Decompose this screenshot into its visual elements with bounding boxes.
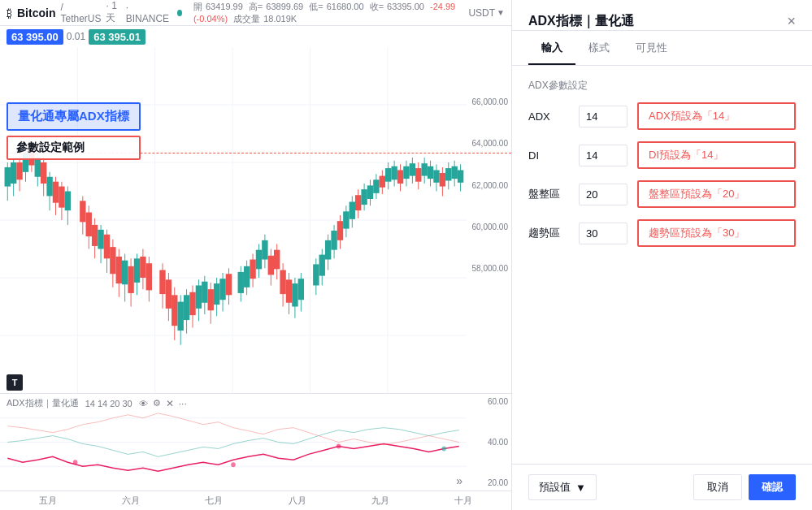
ask-price[interactable]: 63 395.01 bbox=[89, 29, 145, 45]
month-august: 八月 bbox=[289, 495, 306, 507]
svg-rect-75 bbox=[214, 283, 219, 305]
svg-rect-79 bbox=[226, 274, 232, 295]
svg-rect-47 bbox=[122, 261, 128, 285]
settings-icon[interactable]: ⚙ bbox=[153, 398, 161, 408]
confirm-button[interactable]: 確認 bbox=[749, 474, 796, 500]
month-july: 七月 bbox=[205, 495, 223, 507]
candle-chart: 量化通專屬ADX指標 參數設定範例 bbox=[0, 47, 511, 393]
svg-rect-59 bbox=[166, 279, 172, 309]
svg-rect-125 bbox=[380, 176, 385, 188]
adx-panel-title: ADX指標｜量化通 bbox=[7, 397, 79, 409]
svg-rect-123 bbox=[373, 179, 379, 193]
svg-rect-117 bbox=[355, 195, 361, 210]
spread: 0.01 bbox=[67, 31, 85, 42]
svg-text:T: T bbox=[12, 378, 18, 387]
svg-rect-67 bbox=[189, 292, 195, 315]
svg-rect-91 bbox=[268, 256, 274, 275]
svg-rect-83 bbox=[244, 266, 250, 287]
svg-rect-31 bbox=[65, 192, 71, 211]
svg-rect-35 bbox=[86, 213, 92, 237]
chart-area: ₿ Bitcoin / TetherUS · 1天 · BINANCE 開634… bbox=[0, 0, 511, 510]
ohlcv-bar: 開63419.99 高=63899.69 低=61680.00 收=63395.… bbox=[193, 1, 464, 25]
param-row-di: DI DI預設為「14」 bbox=[528, 141, 796, 169]
tab-input[interactable]: 輸入 bbox=[528, 31, 575, 65]
svg-rect-141 bbox=[428, 166, 433, 179]
month-september: 九月 bbox=[371, 495, 389, 507]
adx-panel-icons: 👁 ⚙ ✕ ··· bbox=[139, 398, 187, 409]
svg-rect-137 bbox=[415, 168, 421, 182]
svg-rect-63 bbox=[177, 302, 183, 331]
svg-rect-51 bbox=[134, 258, 140, 283]
low-label: 低= bbox=[309, 2, 323, 11]
annotation-sub: 參數設定範例 bbox=[7, 136, 141, 160]
svg-rect-97 bbox=[286, 279, 292, 302]
exchange-label: · BINANCE bbox=[126, 2, 169, 24]
param-label-di: DI bbox=[528, 149, 569, 162]
adx-scale: 60.00 40.00 20.00 bbox=[467, 394, 511, 491]
month-october: 十月 bbox=[454, 495, 472, 507]
svg-rect-81 bbox=[238, 272, 244, 293]
cancel-button[interactable]: 取消 bbox=[693, 474, 742, 500]
svg-rect-53 bbox=[140, 257, 145, 278]
param-input-trend[interactable] bbox=[579, 223, 627, 244]
more-icon[interactable]: ··· bbox=[179, 398, 187, 409]
candles-august bbox=[238, 235, 304, 318]
tab-visibility[interactable]: 可見性 bbox=[623, 31, 680, 65]
param-label-trend: 趨勢區 bbox=[528, 226, 569, 240]
bitcoin-icon: ₿ bbox=[7, 6, 12, 19]
svg-point-158 bbox=[231, 462, 236, 467]
svg-rect-49 bbox=[128, 266, 133, 293]
tradingview-logo: T bbox=[7, 374, 23, 393]
svg-rect-23 bbox=[41, 162, 46, 184]
svg-rect-101 bbox=[298, 279, 304, 300]
month-labels: 五月 六月 七月 八月 九月 十月 bbox=[7, 495, 505, 507]
close-label: 收= bbox=[370, 2, 384, 11]
candles-july bbox=[159, 263, 232, 345]
vol-val: 18.019K bbox=[263, 14, 297, 24]
svg-rect-127 bbox=[385, 168, 391, 182]
param-input-adx[interactable] bbox=[579, 106, 627, 128]
svg-rect-147 bbox=[445, 168, 451, 180]
annotation-main: 量化通專屬ADX指標 bbox=[7, 102, 141, 131]
svg-rect-39 bbox=[98, 230, 103, 249]
svg-rect-29 bbox=[59, 187, 64, 208]
svg-rect-105 bbox=[319, 255, 325, 276]
month-june: 六月 bbox=[122, 495, 140, 507]
svg-rect-27 bbox=[53, 182, 59, 203]
preset-dropdown[interactable]: 預設值 ▼ bbox=[528, 474, 597, 500]
param-annotation-consolidation: 盤整區預設為「20」 bbox=[637, 180, 796, 208]
param-input-consolidation[interactable] bbox=[579, 184, 627, 205]
panel-body: ADX參數設定 ADX ADX預設為「14」 DI DI預設為「14」 盤整區 … bbox=[512, 66, 812, 464]
bid-price[interactable]: 63 395.00 bbox=[7, 29, 63, 45]
svg-rect-115 bbox=[350, 202, 355, 219]
svg-rect-41 bbox=[104, 235, 110, 259]
close-val: 63395.00 bbox=[387, 2, 424, 11]
tab-style[interactable]: 樣式 bbox=[575, 31, 623, 65]
svg-rect-69 bbox=[196, 285, 202, 308]
svg-rect-55 bbox=[146, 263, 152, 290]
param-row-trend: 趨勢區 趨勢區預設為「30」 bbox=[528, 219, 796, 247]
svg-rect-43 bbox=[110, 247, 115, 274]
svg-rect-25 bbox=[46, 177, 52, 197]
change-val: -24.99 bbox=[430, 2, 455, 11]
usdt-badge[interactable]: USDT ▼ bbox=[468, 7, 505, 19]
svg-rect-15 bbox=[16, 162, 22, 179]
panel-footer: 預設值 ▼ 取消 確認 bbox=[512, 464, 812, 510]
svg-rect-61 bbox=[172, 295, 177, 326]
close-indicator-icon[interactable]: ✕ bbox=[166, 398, 174, 409]
svg-rect-133 bbox=[403, 166, 409, 179]
param-row-consolidation: 盤整區 盤整區預設為「20」 bbox=[528, 180, 796, 208]
timeframe-label: · 1天 bbox=[106, 0, 120, 25]
nav-arrow-right[interactable]: » bbox=[456, 474, 462, 487]
preset-label: 預設值 bbox=[539, 480, 571, 495]
svg-rect-113 bbox=[343, 211, 349, 228]
param-input-di[interactable] bbox=[579, 145, 627, 166]
panel-tabs: 輸入 樣式 可見性 bbox=[512, 31, 812, 66]
svg-rect-139 bbox=[421, 163, 427, 175]
panel-close-button[interactable]: × bbox=[787, 13, 796, 30]
eye-icon[interactable]: 👁 bbox=[139, 399, 148, 408]
param-row-adx: ADX ADX預設為「14」 bbox=[528, 102, 796, 130]
tv-icon: T bbox=[7, 374, 23, 391]
svg-rect-73 bbox=[208, 289, 214, 310]
svg-point-159 bbox=[337, 443, 341, 448]
